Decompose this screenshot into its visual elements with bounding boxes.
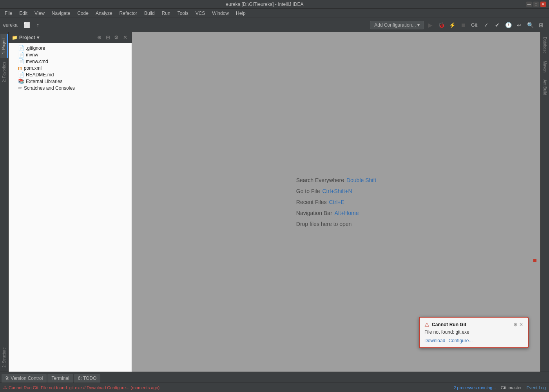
scratches-label: Scratches and Consoles xyxy=(24,85,75,91)
close-panel-button[interactable]: ✕ xyxy=(121,34,129,41)
notification-controls: ⚙ ✕ xyxy=(513,322,523,327)
hint-navbar-text: Navigation Bar xyxy=(296,210,332,216)
run-button[interactable]: ▶ xyxy=(426,20,435,30)
right-panel-strip: Database Maven Ant Build xyxy=(540,32,549,372)
configure-link[interactable]: Configure... xyxy=(448,338,473,343)
maven-tab[interactable]: Maven xyxy=(542,58,548,76)
pom-icon: m xyxy=(18,65,22,71)
menu-item-edit[interactable]: Edit xyxy=(16,10,31,17)
tree-item-scratches[interactable]: ✏ Scratches and Consoles xyxy=(9,85,132,91)
notification-body: File not found: git.exe xyxy=(424,329,523,335)
tree-item-gitignore[interactable]: 📄 .gitignore xyxy=(9,45,132,51)
settings-button[interactable]: ⊞ xyxy=(536,20,546,30)
close-button[interactable]: ✕ xyxy=(540,2,546,7)
tree-item-mvnw-cmd[interactable]: 📄 mvnw.cmd xyxy=(9,58,132,65)
ext-libs-icon: 📚 xyxy=(18,78,24,84)
debug-button[interactable]: 🐞 xyxy=(437,20,446,30)
menu-item-vcs[interactable]: VCS xyxy=(192,10,208,17)
mvnw-cmd-label: mvnw.cmd xyxy=(26,59,48,64)
toolbar: eureka ⬜ ↑ Add Configuration... ▾ ▶ 🐞 ⚡ … xyxy=(0,18,549,32)
git-branch-status: Git: master xyxy=(501,385,522,390)
notification-error-icon: ⚠ xyxy=(424,322,429,328)
red-marker xyxy=(533,259,536,262)
hint-search-shortcut: Double Shift xyxy=(346,177,376,183)
hint-goto: Go to File Ctrl+Shift+N xyxy=(296,188,376,194)
search-everywhere-button[interactable]: 🔍 xyxy=(525,20,535,30)
notification-settings-button[interactable]: ⚙ xyxy=(513,322,518,327)
vc-label: Version Control xyxy=(11,376,43,381)
tree-item-external-libs[interactable]: 📚 External Libraries xyxy=(9,78,132,85)
hint-recent-shortcut: Ctrl+E xyxy=(329,199,344,205)
navigate-up-button[interactable]: ↑ xyxy=(33,20,43,30)
menu-item-code[interactable]: Code xyxy=(74,10,92,17)
add-config-arrow: ▾ xyxy=(417,22,420,28)
ant-build-tab[interactable]: Ant Build xyxy=(542,76,548,98)
menu-item-analyze[interactable]: Analyze xyxy=(92,10,116,17)
coverage-button[interactable]: ⚡ xyxy=(448,20,457,30)
bottom-tabs: 9: Version Control Terminal 6: TODO xyxy=(0,372,549,383)
menu-item-view[interactable]: View xyxy=(31,10,48,17)
menu-item-build[interactable]: Build xyxy=(141,10,158,17)
menu-item-refactor[interactable]: Refactor xyxy=(116,10,140,17)
git-push-button[interactable]: ✔ xyxy=(493,20,502,30)
main-layout: 1: Project 2: Favorites 2: Structure 📁 P… xyxy=(0,32,549,372)
maximize-button[interactable]: □ xyxy=(533,2,539,7)
menu-item-tools[interactable]: Tools xyxy=(174,10,192,17)
hint-goto-text: Go to File xyxy=(296,188,320,194)
mvnw-label: mvnw xyxy=(26,52,38,58)
version-control-tab[interactable]: 9: Version Control xyxy=(2,374,47,383)
stop-button[interactable]: ⏹ xyxy=(458,20,468,30)
hint-drop-text: Drop files here to open xyxy=(296,221,352,227)
scratches-icon: ✏ xyxy=(18,85,22,91)
settings-icon[interactable]: ⚙ xyxy=(113,34,120,41)
mvnw-icon: 📄 xyxy=(18,52,24,58)
database-tab[interactable]: Database xyxy=(542,34,548,57)
project-dropdown-arrow[interactable]: ▾ xyxy=(37,35,39,40)
terminal-tab[interactable]: Terminal xyxy=(47,374,73,383)
event-log-link[interactable]: Event Log xyxy=(526,385,546,390)
menu-item-help[interactable]: Help xyxy=(233,10,249,17)
readme-label: README.md xyxy=(26,72,54,78)
add-configuration-button[interactable]: Add Configuration... ▾ xyxy=(370,21,424,29)
project-title: 📁 Project ▾ xyxy=(12,35,94,40)
project-header-icons: ⊕ ⊟ ⚙ ✕ xyxy=(96,34,129,41)
tree-item-pom-xml[interactable]: m pom.xml xyxy=(9,65,132,71)
hint-recent: Recent Files Ctrl+E xyxy=(296,199,376,205)
git-history-button[interactable]: 🕐 xyxy=(504,20,513,30)
editor-area[interactable]: Search Everywhere Double Shift Go to Fil… xyxy=(132,32,540,372)
pom-label: pom.xml xyxy=(24,65,42,71)
project-panel: 📁 Project ▾ ⊕ ⊟ ⚙ ✕ 📄 .gitignore 📄 mvnw … xyxy=(9,32,132,372)
vc-num: 9: xyxy=(5,376,11,381)
collapse-all-button[interactable]: ⊟ xyxy=(104,34,111,41)
gitignore-icon: 📄 xyxy=(18,45,24,51)
tree-item-mvnw[interactable]: 📄 mvnw xyxy=(9,51,132,58)
git-revert-button[interactable]: ↩ xyxy=(515,20,524,30)
structure-panel-tab[interactable]: 2: Structure xyxy=(1,343,7,372)
terminal-label: Terminal xyxy=(51,376,69,381)
todo-num: 6: xyxy=(78,376,83,381)
menu-item-navigate[interactable]: Navigate xyxy=(49,10,73,17)
notification-close-button[interactable]: ✕ xyxy=(519,322,523,327)
locate-file-button[interactable]: ⊕ xyxy=(96,34,103,41)
minimize-button[interactable]: — xyxy=(526,2,532,7)
menu-item-run[interactable]: Run xyxy=(159,10,174,17)
expand-button[interactable]: ⬜ xyxy=(22,20,32,30)
git-commit-button[interactable]: ✓ xyxy=(482,20,491,30)
file-tree: 📄 .gitignore 📄 mvnw 📄 mvnw.cmd m pom.xml… xyxy=(9,43,132,372)
project-panel-header: 📁 Project ▾ ⊕ ⊟ ⚙ ✕ xyxy=(9,32,132,43)
hint-drop: Drop files here to open xyxy=(296,221,376,227)
gitignore-label: .gitignore xyxy=(26,45,45,51)
todo-tab[interactable]: 6: TODO xyxy=(74,374,101,383)
favorites-panel-tab[interactable]: 2: Favorites xyxy=(1,58,7,86)
download-link[interactable]: Download xyxy=(424,338,445,343)
editor-hints: Search Everywhere Double Shift Go to Fil… xyxy=(296,177,376,227)
project-panel-tab[interactable]: 1: Project xyxy=(0,34,8,58)
tree-item-readme[interactable]: 📄 README.md xyxy=(9,71,132,78)
title-text: eureka [D:\GIT\eureka] - IntelliJ IDEA xyxy=(3,2,526,7)
menu-item-file[interactable]: File xyxy=(2,10,15,17)
mvnw-cmd-icon: 📄 xyxy=(18,58,24,64)
menu-item-window[interactable]: Window xyxy=(209,10,232,17)
git-label: Git: xyxy=(469,22,480,28)
notification-header: ⚠ Cannot Run Git ⚙ ✕ xyxy=(424,322,523,328)
processes-status: 2 processes running... xyxy=(453,385,496,390)
